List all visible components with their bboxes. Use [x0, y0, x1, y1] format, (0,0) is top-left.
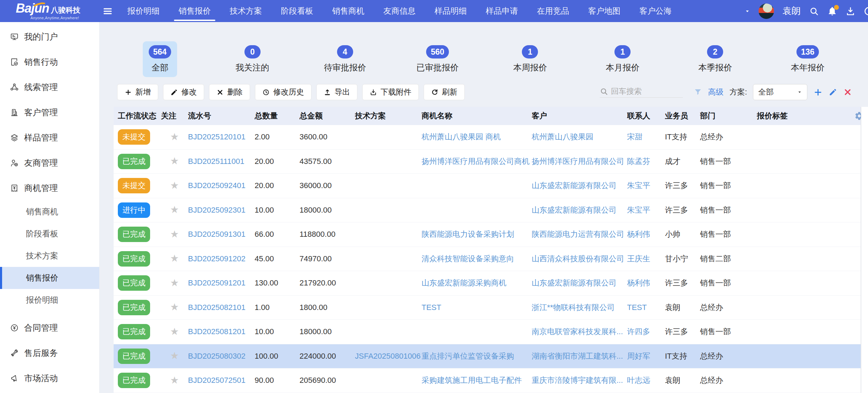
customer-link[interactable]: 扬州博洋医疗用品有限公司	[532, 156, 627, 167]
stat-filter[interactable]: 564 全部	[114, 41, 206, 77]
column-header[interactable]: 业务员	[665, 111, 700, 121]
favorite-star-icon[interactable]: ★	[170, 205, 179, 215]
column-header[interactable]: 总金额	[300, 111, 355, 121]
customer-link[interactable]: 重庆市涪陵博宇建筑有限...	[532, 375, 627, 386]
contact-link[interactable]: 宋甜	[627, 132, 665, 142]
serial-link[interactable]: BJD2025081201	[188, 327, 255, 336]
topbar-action-icon[interactable]	[827, 6, 837, 16]
serial-link[interactable]: BJD2025091301	[188, 230, 255, 239]
sidebar-item[interactable]: 销售行动	[0, 49, 99, 75]
topnav-item[interactable]: 客户公海	[630, 0, 681, 22]
table-row[interactable]: 已完成 ★ BJD2025082101 1.00 1800.00 TEST 浙江…	[114, 296, 861, 320]
scheme-add-icon[interactable]	[813, 88, 823, 97]
column-header[interactable]: 关注	[161, 111, 188, 121]
serial-link[interactable]: BJD2025111001	[188, 157, 255, 166]
table-row[interactable]: 未提交 ★ BJD2025092401 20.00 36000.00 山东盛宏新…	[114, 174, 861, 198]
topbar-action-icon[interactable]	[809, 6, 819, 16]
serial-link[interactable]: BJD2025080302	[188, 352, 255, 361]
stat-filter[interactable]: 1 本周报价	[484, 41, 577, 77]
favorite-star-icon[interactable]: ★	[170, 327, 179, 337]
topnav-item[interactable]: 客户地图	[579, 0, 630, 22]
contact-link[interactable]: 朱宝平	[627, 205, 665, 215]
user-name[interactable]: 袁朗	[782, 5, 801, 17]
table-row[interactable]: 已完成 ★ BJD2025072501 90.00 205690.00 采购建筑…	[114, 368, 861, 393]
serial-link[interactable]: BJD2025120101	[188, 132, 255, 142]
topnav-item[interactable]: 销售商机	[323, 0, 374, 22]
toolbar-button[interactable]: 下载附件	[362, 84, 419, 100]
scheme-edit-icon[interactable]	[829, 88, 837, 96]
nav-overflow-caret-icon[interactable]	[745, 8, 750, 14]
opportunity-link[interactable]: 采购建筑施工用电工电子配件	[422, 375, 532, 386]
favorite-star-icon[interactable]: ★	[170, 181, 179, 191]
topnav-item[interactable]: 报价明细	[118, 0, 169, 22]
contact-link[interactable]: 周好军	[627, 351, 665, 361]
customer-link[interactable]: 浙江**物联科技有限公司	[532, 302, 627, 313]
opportunity-link[interactable]: 扬州博洋医疗用品有限公司商机	[422, 156, 532, 167]
scheme-select[interactable]: 全部	[753, 84, 807, 100]
table-row[interactable]: 已完成 ★ BJD2025091301 66.00 118800.00 陕西能源…	[114, 222, 861, 247]
stat-filter[interactable]: 1 本月报价	[576, 41, 669, 77]
serial-link[interactable]: BJD2025072501	[188, 376, 255, 385]
tech-plan-link[interactable]: JSFA20250801006	[355, 352, 422, 361]
topbar-action-icon[interactable]	[864, 6, 868, 16]
favorite-star-icon[interactable]: ★	[170, 351, 179, 361]
user-avatar[interactable]	[759, 4, 774, 19]
opportunity-link[interactable]: 重点排污单位监管设备采购	[422, 351, 532, 361]
advanced-filter-link[interactable]: 高级	[708, 87, 724, 97]
customer-link[interactable]: 湖南省衡阳市湖工建筑科...	[532, 351, 627, 361]
customer-link[interactable]: 山东盛宏新能源有限公司	[532, 278, 627, 288]
column-header[interactable]: 工作流状态	[114, 111, 161, 121]
table-row[interactable]: 已完成 ★ BJD2025081201 10.00 18000.00 南京电联管…	[114, 320, 861, 344]
contact-link[interactable]: 陈孟芬	[627, 156, 665, 167]
sidebar-item[interactable]: 销售报价	[0, 267, 99, 289]
hamburger-menu-icon[interactable]	[102, 6, 113, 16]
serial-link[interactable]: BJD2025091201	[188, 278, 255, 288]
brand-logo[interactable]: Bajun 八骏科技 Anyone,Anytime,Anywhere!	[0, 2, 88, 20]
sidebar-item[interactable]: 客户管理	[0, 100, 99, 125]
table-row[interactable]: 已完成 ★ BJD2025091202 45.00 74970.00 清众科技智…	[114, 247, 861, 271]
topnav-item[interactable]: 销售报价	[169, 0, 220, 22]
topbar-action-icon[interactable]	[846, 6, 855, 16]
toolbar-button[interactable]: 导出	[316, 84, 357, 100]
toolbar-button[interactable]: 刷新	[424, 84, 465, 100]
favorite-star-icon[interactable]: ★	[170, 156, 179, 166]
sidebar-item[interactable]: 售后服务	[0, 340, 99, 366]
favorite-star-icon[interactable]: ★	[170, 132, 179, 142]
sidebar-item[interactable]: 市场活动	[0, 366, 99, 391]
column-header[interactable]: 商机名称	[422, 111, 532, 121]
favorite-star-icon[interactable]: ★	[170, 375, 179, 386]
topnav-item[interactable]: 友商信息	[374, 0, 425, 22]
customer-link[interactable]: 山东盛宏新能源有限公司	[532, 180, 627, 191]
serial-link[interactable]: BJD2025092301	[188, 206, 255, 215]
stat-filter[interactable]: 560 已审批报价	[391, 41, 484, 77]
customer-link[interactable]: 陕西能源电力运营有限公司	[532, 229, 627, 240]
opportunity-link[interactable]: 杭州萧山八骏果园 商机	[422, 132, 532, 142]
favorite-star-icon[interactable]: ★	[170, 229, 179, 240]
column-header[interactable]: 部门	[700, 111, 757, 121]
sidebar-item[interactable]: 线索管理	[0, 75, 99, 100]
column-header[interactable]: 总数量	[255, 111, 300, 121]
opportunity-link[interactable]: 山东盛宏新能源采购商机	[422, 278, 532, 288]
filter-funnel-icon[interactable]	[694, 88, 702, 97]
table-row[interactable]: 已完成 ★ BJD2025080302 100.00 224000.00 JSF…	[114, 344, 861, 369]
favorite-star-icon[interactable]: ★	[170, 254, 179, 264]
contact-link[interactable]: 许四多	[627, 326, 665, 337]
contact-link[interactable]: 杨利伟	[627, 278, 665, 288]
topnav-item[interactable]: 样品申请	[476, 0, 527, 22]
sidebar-item[interactable]: 阶段看板	[0, 223, 99, 245]
favorite-star-icon[interactable]: ★	[170, 302, 179, 312]
scrollbar-gutter[interactable]	[861, 107, 868, 393]
sidebar-item[interactable]: 友商管理	[0, 150, 99, 175]
scheme-delete-icon[interactable]	[843, 88, 852, 97]
contact-link[interactable]: 王庆生	[627, 254, 665, 264]
customer-link[interactable]: 杭州萧山八骏果园	[532, 132, 627, 142]
serial-link[interactable]: BJD2025082101	[188, 303, 255, 312]
serial-link[interactable]: BJD2025092401	[188, 181, 255, 190]
stat-filter[interactable]: 136 本年报价	[761, 41, 854, 77]
sidebar-item[interactable]: 报价明细	[0, 289, 99, 311]
search-input[interactable]	[611, 87, 683, 96]
topnav-item[interactable]: 阶段看板	[271, 0, 323, 22]
contact-link[interactable]: 叶志远	[627, 375, 665, 386]
toolbar-button[interactable]: 修改历史	[255, 84, 311, 100]
column-header[interactable]: 流水号	[188, 111, 255, 121]
